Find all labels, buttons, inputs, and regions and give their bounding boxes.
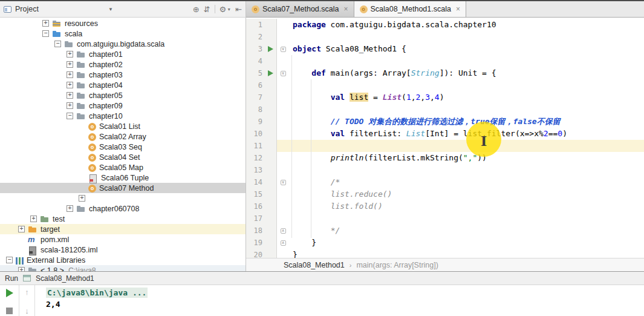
locate-icon[interactable]: ⊕ (193, 5, 200, 13)
code-line[interactable]: 11 (246, 140, 644, 152)
collapse-icon[interactable]: − (67, 113, 73, 119)
expand-icon[interactable]: + (42, 20, 49, 27)
tree-item-scala03-seq[interactable]: oScala03 Seq (0, 142, 246, 152)
code-line[interactable]: 12 println(filterList.mkString(",")) (246, 152, 644, 164)
tree-item-chapter02[interactable]: +chapter02 (0, 59, 246, 70)
tree-item-scala06-tuple[interactable]: Scala06 Tuple (0, 173, 246, 183)
code-text[interactable] (289, 31, 644, 43)
expand-icon[interactable]: + (30, 216, 37, 222)
stop-icon[interactable] (6, 308, 13, 314)
fold-icon[interactable]: ∧ (281, 240, 286, 246)
code-text[interactable] (289, 55, 644, 67)
code-text[interactable]: // TODO 对集合的数据进行筛选过滤，true保留，false不保留 (289, 116, 644, 128)
settings-gear-icon[interactable]: ⚙▼ (220, 5, 232, 13)
expand-icon[interactable]: + (67, 61, 73, 68)
breadcrumb-method[interactable]: main(args: Array[String]) (356, 261, 438, 269)
close-icon[interactable]: × (343, 5, 348, 13)
tree-item-scala01-list[interactable]: oScala01 List (0, 121, 246, 131)
code-line[interactable]: 13 (246, 164, 644, 176)
expand-icon[interactable]: + (67, 205, 73, 212)
tree-item-external-libraries[interactable]: −External Libraries (0, 255, 246, 265)
tree-item-scala04-set[interactable]: oScala04 Set (0, 152, 246, 162)
code-text[interactable]: println(filterList.mkString(",")) (289, 152, 644, 164)
expand-icon[interactable]: + (67, 92, 73, 99)
expand-icon[interactable]: + (67, 82, 73, 88)
code-line[interactable]: 7 val list = List(1,2,3,4) (246, 91, 644, 104)
code-text[interactable]: val list = List(1,2,3,4) (289, 91, 644, 104)
tree-item-test[interactable]: +test (0, 214, 246, 224)
tree-item-target[interactable]: +target (0, 224, 246, 234)
code-text[interactable]: } (289, 237, 644, 249)
editor-tab-scala07-method-scala[interactable]: oScala07_Method.scala× (246, 1, 354, 17)
tree-item-chapter04[interactable]: +chapter04 (0, 80, 246, 90)
expand-icon[interactable]: + (18, 267, 25, 271)
tree-item-unnamed[interactable]: + (0, 193, 246, 203)
tree-item-scala[interactable]: −scala (0, 28, 246, 39)
tree-item-scala-181205-iml[interactable]: scala-181205.iml (0, 245, 246, 255)
hide-panel-icon[interactable]: ⇤ (235, 5, 242, 13)
expand-icon[interactable]: + (79, 195, 85, 202)
code-text[interactable]: package com.atguigu.bigdata.scala.chapte… (289, 19, 644, 31)
fold-icon[interactable]: ∨ (281, 71, 286, 76)
code-text[interactable]: list.fold() (289, 200, 644, 212)
collapse-all-icon[interactable]: ⇵ (204, 5, 210, 13)
tree-item-scala02-array[interactable]: oScala02 Array (0, 131, 246, 142)
breadcrumb-class[interactable]: Scala08_Method1 (284, 261, 345, 269)
tree-item-chapter10[interactable]: −chapter10 (0, 111, 246, 121)
editor-tab-scala08-method1-scala[interactable]: oScala08_Method1.scala× (354, 1, 466, 17)
tree-item-chapter060708[interactable]: +chapter060708 (0, 203, 246, 214)
tree-item-resources[interactable]: +resources (0, 18, 246, 28)
close-icon[interactable]: × (456, 5, 460, 13)
fold-icon[interactable]: ∧ (281, 228, 286, 234)
tree-item-scala05-map[interactable]: oScala05 Map (0, 162, 246, 173)
code-line[interactable]: 4 (246, 55, 644, 67)
expand-icon[interactable]: + (67, 51, 73, 58)
tree-item-scala07-method[interactable]: oScala07 Method (0, 183, 246, 193)
code-text[interactable]: def main(args: Array[String]): Unit = { (289, 67, 644, 79)
run-gutter-icon[interactable] (268, 70, 273, 76)
code-line[interactable]: 14∨ /* (246, 176, 644, 188)
code-text[interactable] (289, 79, 644, 91)
code-line[interactable]: 10 val filterList: List[Int] = list.filt… (246, 128, 644, 140)
code-text[interactable]: object Scala08_Method1 { (289, 43, 644, 55)
expand-icon[interactable]: + (67, 102, 73, 109)
tree-item-com-atguigu-bigdata-scala[interactable]: −com.atguigu.bigdata.scala (0, 39, 246, 49)
code-line[interactable]: 1package com.atguigu.bigdata.scala.chapt… (246, 19, 644, 31)
code-editor[interactable]: 1package com.atguigu.bigdata.scala.chapt… (246, 18, 644, 258)
code-line[interactable]: 15 list.reduce() (246, 188, 644, 200)
code-text[interactable]: /* (289, 176, 644, 188)
code-text[interactable] (289, 104, 644, 116)
code-line[interactable]: 8 (246, 104, 644, 116)
code-line[interactable]: 9 // TODO 对集合的数据进行筛选过滤，true保留，false不保留 (246, 116, 644, 128)
code-text[interactable]: */ (289, 225, 644, 237)
rerun-icon[interactable] (6, 289, 13, 297)
code-text[interactable] (289, 164, 644, 176)
console-output[interactable]: C:\java8\bin\java ...2,4 (35, 285, 644, 316)
collapse-icon[interactable]: − (42, 30, 49, 37)
tree-item-1-8[interactable]: +< 1.8 >C:\java8 (0, 265, 246, 271)
tree-item-chapter03[interactable]: +chapter03 (0, 70, 246, 80)
fold-icon[interactable]: ∨ (281, 47, 286, 52)
code-line[interactable]: 3∨object Scala08_Method1 { (246, 43, 644, 55)
run-tab-label[interactable]: Scala08_Method1 (36, 274, 94, 283)
code-text[interactable] (289, 212, 644, 225)
code-line[interactable]: 6 (246, 79, 644, 91)
down-arrow-icon[interactable]: ↓ (25, 306, 29, 315)
expand-icon[interactable]: + (67, 71, 73, 78)
code-line[interactable]: 16 list.fold() (246, 200, 644, 212)
code-line[interactable]: 19∧ } (246, 237, 644, 249)
tree-item-pom-xml[interactable]: mpom.xml (0, 234, 246, 245)
up-arrow-icon[interactable]: ↑ (25, 288, 29, 297)
code-line[interactable]: 2 (246, 31, 644, 43)
collapse-icon[interactable]: − (6, 257, 13, 263)
expand-icon[interactable]: + (18, 226, 25, 232)
chevron-down-icon[interactable]: ▼ (108, 7, 113, 12)
tree-item-chapter09[interactable]: +chapter09 (0, 100, 246, 111)
tree-item-chapter01[interactable]: +chapter01 (0, 49, 246, 59)
collapse-icon[interactable]: − (54, 41, 61, 47)
code-text[interactable]: } (289, 249, 644, 258)
run-gutter-icon[interactable] (268, 46, 273, 52)
code-line[interactable]: 18∧ */ (246, 225, 644, 237)
code-line[interactable]: 5∨ def main(args: Array[String]): Unit =… (246, 67, 644, 79)
code-text[interactable]: list.reduce() (289, 188, 644, 200)
